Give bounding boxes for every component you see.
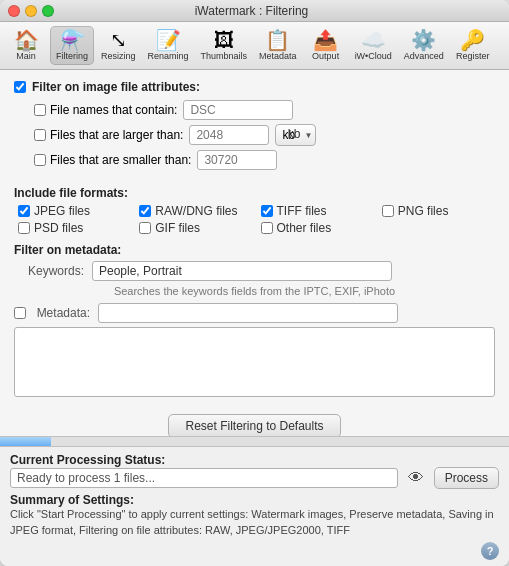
status-area: Current Processing Status: 👁 Process Sum…: [0, 446, 509, 566]
toolbar-register[interactable]: 🔑 Register: [451, 27, 495, 64]
formats-grid: JPEG files RAW/DNG files TIFF files PNG …: [14, 204, 495, 235]
keywords-row: Keywords:: [14, 261, 495, 281]
reset-button[interactable]: Reset Filtering to Defaults: [168, 414, 340, 436]
metadata-row-label: Metadata:: [30, 306, 90, 320]
filtering-label: Filtering: [56, 51, 88, 61]
advanced-icon: ⚙️: [411, 30, 436, 50]
file-names-label: File names that contain:: [50, 103, 177, 117]
format-rawdng-checkbox[interactable]: [139, 205, 151, 217]
format-png[interactable]: PNG files: [382, 204, 495, 218]
main-icon: 🏠: [14, 30, 39, 50]
filtering-icon: ⚗️: [60, 30, 85, 50]
metadata-checkbox[interactable]: [14, 307, 26, 319]
smaller-than-checkbox[interactable]: [34, 154, 46, 166]
metadata-icon: 📋: [265, 30, 290, 50]
file-names-checkbox[interactable]: [34, 104, 46, 116]
filter-metadata-section: Filter on metadata: Keywords: Searches t…: [14, 243, 495, 400]
format-jpeg-checkbox[interactable]: [18, 205, 30, 217]
main-label: Main: [16, 51, 36, 61]
larger-than-checkbox[interactable]: [34, 129, 46, 141]
progress-bar: [0, 437, 51, 446]
filter-metadata-label: Filter on metadata:: [14, 243, 495, 257]
size-unit-select[interactable]: kb mb gb: [275, 124, 316, 146]
output-icon: 📤: [313, 30, 338, 50]
keywords-input[interactable]: [92, 261, 392, 281]
format-rawdng-label: RAW/DNG files: [155, 204, 237, 218]
format-png-checkbox[interactable]: [382, 205, 394, 217]
reset-button-row: Reset Filtering to Defaults: [14, 414, 495, 436]
keywords-label: Keywords:: [14, 264, 84, 278]
current-status-label: Current Processing Status:: [10, 453, 499, 467]
format-jpeg-label: JPEG files: [34, 204, 90, 218]
format-gif-label: GIF files: [155, 221, 200, 235]
titlebar: iWatermark : Filtering: [0, 0, 509, 22]
toolbar-thumbnails[interactable]: 🖼 Thumbnails: [196, 27, 253, 64]
metadata-input[interactable]: [98, 303, 398, 323]
toolbar-metadata[interactable]: 📋 Metadata: [254, 27, 302, 64]
smaller-than-label: Files that are smaller than:: [50, 153, 191, 167]
format-tiff-label: TIFF files: [277, 204, 327, 218]
larger-than-input[interactable]: [189, 125, 269, 145]
format-other[interactable]: Other files: [261, 221, 374, 235]
format-gif[interactable]: GIF files: [139, 221, 252, 235]
iwcloud-label: iW•Cloud: [355, 51, 392, 61]
format-png-label: PNG files: [398, 204, 449, 218]
help-row: ?: [10, 542, 499, 560]
toolbar-iwcloud[interactable]: ☁️ iW•Cloud: [350, 27, 397, 64]
toolbar-filtering[interactable]: ⚗️ Filtering: [50, 26, 94, 65]
format-rawdng[interactable]: RAW/DNG files: [139, 204, 252, 218]
window-title: iWatermark : Filtering: [62, 4, 441, 18]
toolbar-resizing[interactable]: ⤡ Resizing: [96, 27, 141, 64]
include-formats-label: Include file formats:: [14, 186, 495, 200]
eye-button[interactable]: 👁: [404, 469, 428, 487]
format-jpeg[interactable]: JPEG files: [18, 204, 131, 218]
summary-title: Summary of Settings:: [10, 493, 499, 507]
metadata-label: Metadata: [259, 51, 297, 61]
advanced-label: Advanced: [404, 51, 444, 61]
renaming-label: Renaming: [148, 51, 189, 61]
traffic-lights: [8, 5, 54, 17]
include-formats-section: Include file formats: JPEG files RAW/DNG…: [14, 186, 495, 235]
size-unit-wrapper: kb mb gb kb: [275, 124, 316, 146]
larger-than-label: Files that are larger than:: [50, 128, 183, 142]
file-names-row: File names that contain:: [14, 100, 495, 120]
toolbar: 🏠 Main ⚗️ Filtering ⤡ Resizing 📝 Renamin…: [0, 22, 509, 70]
format-tiff-checkbox[interactable]: [261, 205, 273, 217]
process-button[interactable]: Process: [434, 467, 499, 489]
format-other-checkbox[interactable]: [261, 222, 273, 234]
filter-attributes-header: Filter on image file attributes:: [14, 80, 495, 94]
maximize-button[interactable]: [42, 5, 54, 17]
renaming-icon: 📝: [156, 30, 181, 50]
status-input[interactable]: [10, 468, 398, 488]
toolbar-renaming[interactable]: 📝 Renaming: [143, 27, 194, 64]
output-label: Output: [312, 51, 339, 61]
file-names-input[interactable]: [183, 100, 293, 120]
status-row: 👁 Process: [10, 467, 499, 489]
toolbar-advanced[interactable]: ⚙️ Advanced: [399, 27, 449, 64]
filter-attributes-checkbox[interactable]: [14, 81, 26, 93]
progress-area: [0, 436, 509, 446]
format-other-label: Other files: [277, 221, 332, 235]
metadata-textarea[interactable]: [14, 327, 495, 397]
smaller-than-input[interactable]: [197, 150, 277, 170]
search-hint: Searches the keywords fields from the IP…: [14, 285, 495, 297]
summary-section: Summary of Settings: Click "Start Proces…: [10, 493, 499, 538]
minimize-button[interactable]: [25, 5, 37, 17]
summary-text: Click "Start Processing" to apply curren…: [10, 507, 499, 538]
register-label: Register: [456, 51, 490, 61]
iwcloud-icon: ☁️: [361, 30, 386, 50]
register-icon: 🔑: [460, 30, 485, 50]
format-psd[interactable]: PSD files: [18, 221, 131, 235]
filter-attributes-section: Filter on image file attributes: File na…: [14, 80, 495, 174]
content-area: Filter on image file attributes: File na…: [0, 70, 509, 436]
filter-attributes-label: Filter on image file attributes:: [32, 80, 200, 94]
format-psd-checkbox[interactable]: [18, 222, 30, 234]
resizing-label: Resizing: [101, 51, 136, 61]
format-gif-checkbox[interactable]: [139, 222, 151, 234]
larger-than-row: Files that are larger than: kb mb gb kb: [14, 124, 495, 146]
toolbar-main[interactable]: 🏠 Main: [4, 27, 48, 64]
help-button[interactable]: ?: [481, 542, 499, 560]
close-button[interactable]: [8, 5, 20, 17]
format-tiff[interactable]: TIFF files: [261, 204, 374, 218]
toolbar-output[interactable]: 📤 Output: [304, 27, 348, 64]
